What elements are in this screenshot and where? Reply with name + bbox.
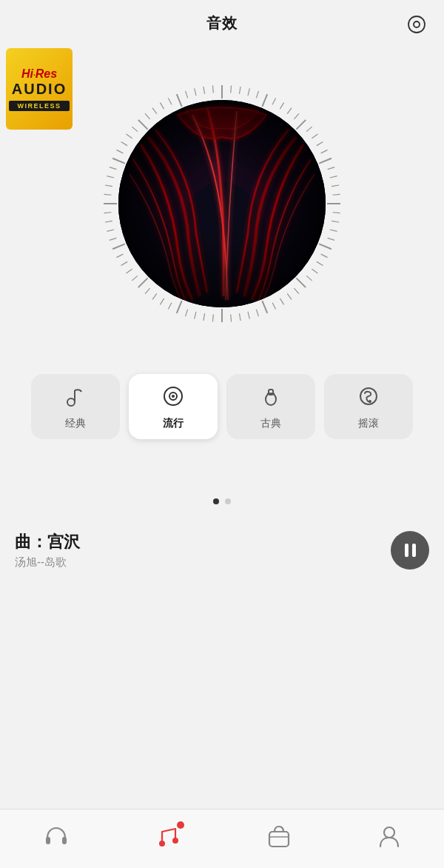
svg-line-43: [212, 315, 213, 322]
svg-line-30: [312, 269, 317, 273]
svg-line-35: [280, 298, 283, 305]
svg-line-38: [256, 310, 258, 317]
nav-user[interactable]: [378, 824, 400, 848]
svg-line-60: [105, 221, 112, 222]
genre-btn-classical[interactable]: 古典: [226, 374, 315, 439]
genre-section: 经典 流行 古典 摇滚: [0, 374, 444, 439]
genre-label-classical: 古典: [260, 417, 281, 430]
header: 音效: [0, 0, 444, 41]
svg-line-27: [319, 244, 332, 249]
genre-label-rock: 摇滚: [358, 417, 379, 430]
svg-point-0: [408, 16, 425, 33]
svg-line-77: [177, 94, 182, 107]
svg-line-20: [332, 185, 339, 187]
svg-point-89: [172, 395, 175, 398]
now-playing-title: 曲：宫沢: [15, 531, 80, 553]
nav-headphones[interactable]: [44, 826, 68, 847]
svg-line-45: [195, 312, 196, 319]
nav-bag[interactable]: [268, 824, 290, 848]
album-art: [118, 100, 326, 307]
svg-line-25: [330, 230, 337, 231]
svg-line-29: [317, 261, 323, 265]
svg-line-33: [294, 288, 298, 294]
svg-line-75: [160, 103, 164, 110]
svg-line-28: [321, 254, 328, 258]
svg-line-17: [319, 158, 332, 164]
svg-line-7: [262, 94, 267, 107]
svg-line-5: [248, 88, 249, 96]
svg-point-85: [67, 398, 75, 406]
svg-line-61: [104, 213, 111, 213]
svg-line-68: [116, 150, 123, 153]
svg-line-8: [272, 98, 276, 104]
album-outer: // We'll draw ticks in JS below: [96, 78, 348, 330]
svg-line-18: [328, 167, 335, 170]
svg-line-76: [168, 98, 172, 104]
svg-line-23: [333, 213, 340, 213]
svg-line-6: [256, 91, 258, 99]
svg-point-95: [369, 400, 371, 403]
svg-point-99: [172, 838, 178, 844]
svg-line-56: [116, 254, 123, 258]
svg-line-41: [231, 315, 232, 322]
svg-line-54: [127, 269, 132, 273]
svg-line-55: [121, 261, 128, 265]
genre-btn-rock[interactable]: 摇滚: [324, 374, 413, 439]
svg-line-53: [132, 276, 138, 280]
svg-line-50: [152, 293, 157, 299]
svg-line-26: [328, 238, 335, 240]
svg-line-14: [312, 134, 317, 138]
svg-line-13: [306, 127, 312, 131]
svg-line-80: [204, 87, 205, 94]
svg-line-31: [306, 276, 312, 280]
svg-line-81: [212, 85, 213, 93]
settings-button[interactable]: [406, 13, 428, 36]
svg-line-40: [239, 313, 240, 321]
page-dot-2: [225, 498, 231, 504]
svg-line-63: [104, 194, 111, 195]
svg-line-71: [132, 127, 138, 131]
svg-line-73: [145, 113, 149, 119]
bottom-nav: [0, 809, 444, 868]
svg-line-69: [121, 141, 128, 145]
now-playing: 曲：宫沢 汤旭--岛歌: [0, 519, 444, 578]
svg-line-47: [177, 301, 182, 313]
svg-line-4: [239, 87, 240, 94]
svg-rect-96: [46, 837, 50, 844]
genre-icon-classic: [65, 386, 86, 411]
svg-line-21: [333, 194, 340, 195]
svg-line-59: [107, 230, 114, 231]
svg-line-67: [112, 158, 125, 164]
svg-line-12: [296, 120, 306, 130]
page-dot-1: [213, 498, 219, 504]
pause-button[interactable]: [391, 531, 429, 570]
svg-line-64: [105, 185, 112, 187]
page-dots: [0, 498, 444, 504]
genre-btn-pop[interactable]: 流行: [129, 374, 218, 439]
svg-line-78: [186, 91, 188, 99]
svg-line-24: [332, 221, 339, 222]
svg-line-19: [330, 176, 337, 178]
svg-line-49: [160, 298, 164, 305]
page-title: 音效: [206, 13, 238, 33]
svg-line-39: [248, 312, 249, 319]
svg-rect-100: [269, 832, 289, 847]
genre-btn-classic[interactable]: 经典: [31, 374, 120, 439]
genre-label-pop: 流行: [163, 417, 184, 430]
svg-line-44: [204, 313, 205, 321]
svg-line-72: [138, 120, 148, 130]
genre-icon-classical: [260, 386, 281, 411]
genre-icon-pop: [163, 386, 184, 411]
album-section: // We'll draw ticks in JS below: [0, 78, 444, 330]
svg-line-15: [317, 141, 323, 145]
svg-line-32: [296, 278, 306, 287]
svg-line-70: [127, 134, 132, 138]
nav-music-badge: [177, 821, 184, 829]
svg-line-48: [168, 303, 172, 310]
svg-line-3: [231, 85, 232, 93]
svg-line-65: [107, 176, 114, 178]
svg-line-46: [186, 310, 188, 317]
genre-icon-rock: [358, 386, 379, 411]
svg-line-51: [145, 288, 149, 294]
nav-music[interactable]: [156, 824, 180, 848]
